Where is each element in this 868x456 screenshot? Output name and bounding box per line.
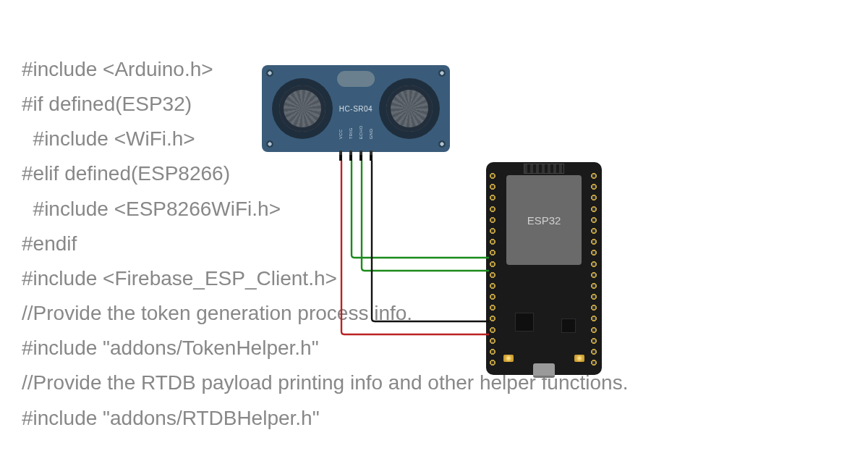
board-pin[interactable] <box>489 172 496 180</box>
antenna-icon <box>524 164 564 174</box>
board-pin[interactable] <box>489 326 496 334</box>
board-pin[interactable] <box>590 359 597 366</box>
regulator-chip-icon <box>515 313 534 332</box>
board-pin[interactable] <box>489 337 496 345</box>
board-pin[interactable] <box>590 337 597 345</box>
board-pin[interactable] <box>590 348 597 355</box>
board-pin[interactable] <box>590 206 597 213</box>
board-pin[interactable] <box>590 238 597 245</box>
pin-label-echo: ECHO <box>359 125 363 139</box>
pin-echo[interactable] <box>359 151 362 161</box>
board-pin[interactable] <box>489 271 496 279</box>
board-pin[interactable] <box>489 293 496 300</box>
sensor-model-label: HC-SR04 <box>339 105 373 113</box>
pin-vcc[interactable] <box>339 151 342 161</box>
board-pin[interactable] <box>590 326 597 334</box>
board-pin[interactable] <box>489 194 496 201</box>
board-pin[interactable] <box>590 249 597 256</box>
mount-hole-icon <box>266 140 273 148</box>
mount-hole-icon <box>438 69 446 77</box>
pin-label-gnd: GND <box>369 125 373 139</box>
board-pin[interactable] <box>590 216 597 224</box>
pin-label-vcc: VCC <box>339 125 343 139</box>
board-pin[interactable] <box>489 304 496 311</box>
ultrasonic-transducer-icon <box>379 78 440 139</box>
board-label: ESP32 <box>527 214 561 227</box>
board-pin[interactable] <box>489 315 496 322</box>
board-pin[interactable] <box>489 282 496 290</box>
board-pin[interactable] <box>489 261 496 268</box>
mesh-icon <box>386 85 433 132</box>
board-pin[interactable] <box>590 261 597 268</box>
pin-header-right[interactable] <box>590 172 599 366</box>
board-pin[interactable] <box>590 227 597 235</box>
code-line: #include "addons/RTDBHelper.h" <box>22 401 628 436</box>
board-pin[interactable] <box>590 271 597 279</box>
led-icon <box>503 355 514 362</box>
board-pin[interactable] <box>590 293 597 300</box>
board-pin[interactable] <box>590 304 597 311</box>
board-pin[interactable] <box>489 183 496 190</box>
usb-serial-chip-icon <box>561 318 576 333</box>
oscillator-icon <box>337 71 375 87</box>
led-icon <box>574 355 584 362</box>
board-pin[interactable] <box>590 282 597 290</box>
board-pin[interactable] <box>590 194 597 201</box>
board-pin[interactable] <box>489 206 496 213</box>
pin-trig[interactable] <box>349 151 352 161</box>
mesh-icon <box>279 85 326 132</box>
board-pin[interactable] <box>590 183 597 190</box>
ultrasonic-transducer-icon <box>272 78 333 139</box>
board-pin[interactable] <box>590 172 597 180</box>
sensor-pin-labels: VCC TRIG ECHO GND <box>339 125 373 139</box>
board-pin[interactable] <box>489 359 496 366</box>
pin-label-trig: TRIG <box>349 125 353 139</box>
pin-header-left[interactable] <box>489 172 498 366</box>
mount-hole-icon <box>266 69 273 77</box>
board-pin[interactable] <box>489 348 496 355</box>
board-pin[interactable] <box>590 315 597 322</box>
board-pin[interactable] <box>489 249 496 256</box>
esp32-board[interactable]: ESP32 <box>486 162 602 375</box>
hcsr04-sensor[interactable]: HC-SR04 VCC TRIG ECHO GND <box>262 65 450 152</box>
board-pin[interactable] <box>489 238 496 245</box>
esp32-shield: ESP32 <box>506 175 582 265</box>
board-pin[interactable] <box>489 227 496 235</box>
sensor-header-pins[interactable] <box>339 151 373 161</box>
pin-gnd[interactable] <box>370 151 373 161</box>
mount-hole-icon <box>438 140 446 148</box>
board-pin[interactable] <box>489 216 496 224</box>
micro-usb-port-icon <box>533 363 555 378</box>
